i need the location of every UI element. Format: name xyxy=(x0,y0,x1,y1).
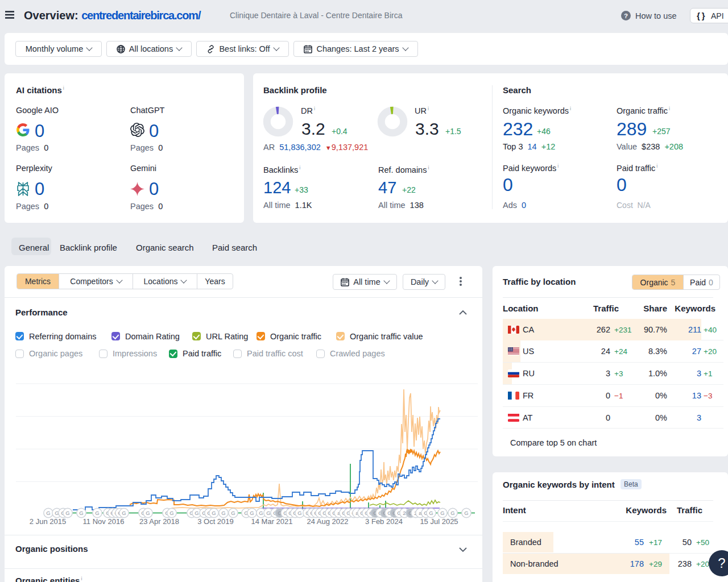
svg-text:?: ? xyxy=(624,13,628,19)
svg-text:2: 2 xyxy=(403,510,406,516)
